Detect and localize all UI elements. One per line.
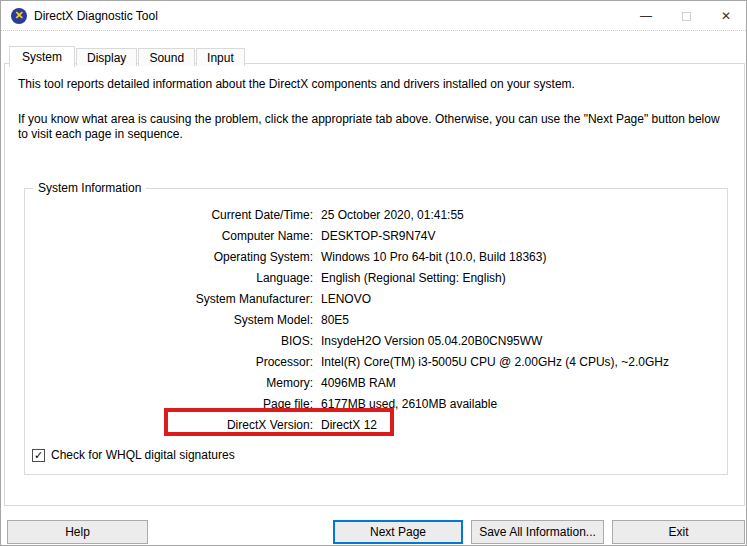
close-icon: ✕ — [721, 9, 731, 23]
info-label: Current Date/Time: — [25, 208, 313, 222]
intro-text-1: This tool reports detailed information a… — [18, 77, 728, 92]
info-row: System Manufacturer:LENOVO — [25, 288, 727, 309]
system-info-rows: Current Date/Time:25 October 2020, 01:41… — [25, 204, 727, 435]
info-value: InsydeH2O Version 05.04.20B0CN95WW — [321, 334, 727, 348]
info-row: Current Date/Time:25 October 2020, 01:41… — [25, 204, 727, 225]
tab-input[interactable]: Input — [196, 48, 245, 66]
minimize-icon: — — [640, 9, 652, 23]
help-button[interactable]: Help — [7, 520, 148, 544]
info-row: Memory:4096MB RAM — [25, 372, 727, 393]
info-row: Operating System:Windows 10 Pro 64-bit (… — [25, 246, 727, 267]
dxdiag-window: ✕ DirectX Diagnostic Tool — ✕ SystemDisp… — [0, 0, 747, 546]
minimize-button[interactable]: — — [626, 1, 666, 31]
directx-app-icon: ✕ — [11, 8, 27, 24]
maximize-button[interactable] — [666, 1, 706, 31]
info-value: 6177MB used, 2610MB available — [321, 397, 727, 411]
info-label: DirectX Version: — [25, 418, 313, 432]
info-label: Memory: — [25, 376, 313, 390]
info-row: System Model:80E5 — [25, 309, 727, 330]
maximize-icon — [682, 12, 691, 21]
info-value: Intel(R) Core(TM) i3-5005U CPU @ 2.00GHz… — [321, 355, 727, 369]
info-row: BIOS:InsydeH2O Version 05.04.20B0CN95WW — [25, 330, 727, 351]
groupbox-title: System Information — [33, 181, 146, 195]
info-label: Page file: — [25, 397, 313, 411]
info-value: 4096MB RAM — [321, 376, 727, 390]
info-value: Windows 10 Pro 64-bit (10.0, Build 18363… — [321, 250, 727, 264]
check-icon: ✓ — [34, 450, 43, 461]
info-row: DirectX Version:DirectX 12 — [25, 414, 727, 435]
info-label: System Manufacturer: — [25, 292, 313, 306]
info-row: Language:English (Regional Setting: Engl… — [25, 267, 727, 288]
whql-checkbox-row: ✓ Check for WHQL digital signatures — [32, 448, 235, 462]
window-controls: — ✕ — [626, 1, 746, 31]
tab-strip: SystemDisplaySoundInput — [9, 45, 246, 66]
info-label: Processor: — [25, 355, 313, 369]
info-row: Computer Name:DESKTOP-SR9N74V — [25, 225, 727, 246]
exit-button[interactable]: Exit — [612, 520, 745, 544]
title-bar: ✕ DirectX Diagnostic Tool — ✕ — [1, 1, 746, 31]
system-tab-page: This tool reports detailed information a… — [4, 63, 745, 506]
save-all-information-button[interactable]: Save All Information... — [471, 520, 604, 544]
info-value: DESKTOP-SR9N74V — [321, 229, 727, 243]
info-value: LENOVO — [321, 292, 727, 306]
info-value: English (Regional Setting: English) — [321, 271, 727, 285]
next-page-button[interactable]: Next Page — [333, 520, 463, 544]
info-value: 80E5 — [321, 313, 727, 327]
info-row: Processor:Intel(R) Core(TM) i3-5005U CPU… — [25, 351, 727, 372]
system-information-groupbox: System Information Current Date/Time:25 … — [24, 188, 728, 475]
window-title: DirectX Diagnostic Tool — [34, 9, 158, 23]
tab-sound[interactable]: Sound — [138, 48, 195, 66]
info-label: BIOS: — [25, 334, 313, 348]
intro-text-2: If you know what area is causing the pro… — [18, 112, 730, 142]
tab-system[interactable]: System — [9, 46, 75, 67]
info-label: Language: — [25, 271, 313, 285]
close-button[interactable]: ✕ — [706, 1, 746, 31]
info-value: DirectX 12 — [321, 418, 727, 432]
info-label: System Model: — [25, 313, 313, 327]
info-label: Computer Name: — [25, 229, 313, 243]
whql-checkbox-label: Check for WHQL digital signatures — [51, 448, 235, 462]
whql-checkbox[interactable]: ✓ — [32, 449, 45, 462]
info-label: Operating System: — [25, 250, 313, 264]
info-value: 25 October 2020, 01:41:55 — [321, 208, 727, 222]
tab-display[interactable]: Display — [76, 48, 137, 66]
info-row: Page file:6177MB used, 2610MB available — [25, 393, 727, 414]
